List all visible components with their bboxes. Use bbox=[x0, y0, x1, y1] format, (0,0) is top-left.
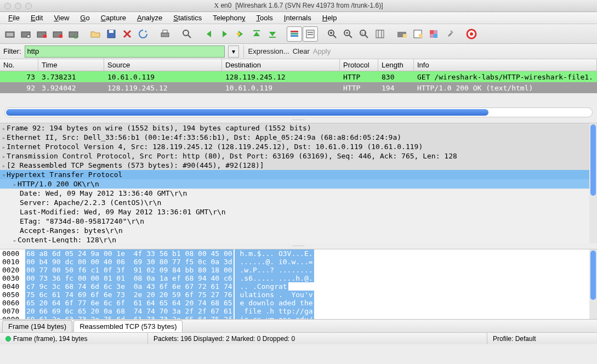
vscroll[interactable] bbox=[589, 123, 597, 243]
coloring-rules-icon[interactable] bbox=[426, 26, 441, 42]
minimize-icon[interactable] bbox=[15, 3, 21, 9]
svg-rect-33 bbox=[430, 30, 434, 34]
filter-input[interactable] bbox=[25, 46, 225, 58]
goto-last-icon[interactable] bbox=[265, 26, 280, 42]
svg-rect-34 bbox=[434, 34, 437, 38]
svg-rect-21 bbox=[308, 32, 313, 33]
menu-telephony[interactable]: Telephony bbox=[208, 13, 250, 23]
col-proto[interactable]: Protocol bbox=[340, 59, 378, 71]
detail-eth[interactable]: Ethernet II, Src: Dell_33:56:b1 (00:1e:4… bbox=[0, 133, 597, 142]
hex-line[interactable]: 001000 b4 90 dc 00 00 40 06 69 30 80 77 … bbox=[0, 258, 597, 266]
expert-info-icon[interactable] bbox=[5, 336, 11, 342]
menu-help[interactable]: Help bbox=[317, 13, 342, 23]
capture-filters-icon[interactable] bbox=[394, 26, 410, 42]
tab-frame[interactable]: Frame (194 bytes) bbox=[2, 320, 72, 332]
zoom-in-icon[interactable] bbox=[325, 26, 340, 42]
packet-list[interactable]: 73 3.738231 10.61.0.119 128.119.245.12 H… bbox=[0, 71, 597, 104]
zoom-100-icon[interactable]: 1:1 bbox=[356, 26, 372, 42]
col-no[interactable]: No. bbox=[0, 59, 38, 71]
clear-button[interactable]: Clear bbox=[293, 47, 310, 55]
goto-first-icon[interactable] bbox=[249, 26, 264, 42]
hex-line[interactable]: 002000 77 00 50 f6 c1 0f 3f 91 02 09 84 … bbox=[0, 266, 597, 274]
stop-capture-icon[interactable] bbox=[50, 26, 65, 42]
col-len[interactable]: Length bbox=[378, 59, 414, 71]
apply-button[interactable]: Apply bbox=[313, 47, 331, 55]
hex-line[interactable]: 006065 20 64 6f 77 6e 6c 6f 61 64 65 64 … bbox=[0, 299, 597, 307]
detail-clen[interactable]: Content-Length: 128\r\n bbox=[0, 235, 597, 243]
detail-date[interactable]: Date: Wed, 09 May 2012 13:36:40 GMT\r\n bbox=[0, 189, 597, 198]
start-capture-icon[interactable] bbox=[34, 26, 49, 42]
menu-tools[interactable]: Tools bbox=[252, 13, 278, 23]
packet-row[interactable]: 73 3.738231 10.61.0.119 128.119.245.12 H… bbox=[0, 71, 597, 82]
vscroll-thumb[interactable] bbox=[590, 251, 596, 300]
close-file-icon[interactable] bbox=[120, 26, 135, 42]
prefs-icon[interactable] bbox=[442, 26, 457, 42]
hex-line[interactable]: 000068 a8 6d 05 24 9a 00 1e 4f 33 56 b1 … bbox=[0, 249, 597, 258]
menu-edit[interactable]: Edit bbox=[26, 13, 48, 23]
hex-line[interactable]: 003000 73 36 fc 00 00 01 01 08 0a 1a ef … bbox=[0, 274, 597, 282]
packet-row[interactable]: 92 3.924042 128.119.245.12 10.61.0.119 H… bbox=[0, 82, 597, 93]
tab-reassembled[interactable]: Reassembled TCP (573 bytes) bbox=[73, 320, 183, 332]
hscroll[interactable] bbox=[4, 107, 593, 117]
detail-http-status[interactable]: HTTP/1.0 200 OK\r\n bbox=[0, 179, 597, 189]
colorize-icon[interactable] bbox=[287, 26, 302, 42]
close-icon[interactable] bbox=[4, 3, 11, 9]
col-time[interactable]: Time bbox=[38, 59, 104, 71]
packet-list-header: No. Time Source Destination Protocol Len… bbox=[0, 59, 597, 71]
col-info[interactable]: Info bbox=[414, 59, 597, 71]
print-icon[interactable] bbox=[157, 26, 173, 42]
window-title: X en0 [Wireshark 1.6.7 (SVN Rev 41973 fr… bbox=[0, 2, 597, 10]
menu-view[interactable]: View bbox=[49, 13, 74, 23]
forward-icon[interactable] bbox=[217, 26, 232, 42]
back-icon[interactable] bbox=[201, 26, 217, 42]
filter-dropdown-icon[interactable]: ▾ bbox=[228, 46, 239, 58]
hscroll-thumb[interactable] bbox=[6, 109, 488, 116]
detail-lastmod[interactable]: Last-Modified: Wed, 09 May 2012 13:36:01… bbox=[0, 207, 597, 217]
menu-analyze[interactable]: Analyze bbox=[132, 13, 167, 23]
detail-server[interactable]: Server: Apache/2.2.3 (CentOS)\r\n bbox=[0, 198, 597, 207]
restart-capture-icon[interactable] bbox=[66, 26, 81, 42]
interfaces-icon[interactable] bbox=[2, 26, 18, 42]
menu-internals[interactable]: Internals bbox=[279, 13, 316, 23]
zoom-out-icon[interactable] bbox=[340, 26, 356, 42]
autoscroll-icon[interactable] bbox=[303, 26, 318, 42]
goto-icon[interactable] bbox=[233, 26, 248, 42]
find-icon[interactable] bbox=[179, 26, 195, 42]
detail-http[interactable]: Hypertext Transfer Protocol bbox=[0, 170, 597, 179]
resize-columns-icon[interactable] bbox=[372, 26, 388, 42]
hex-line[interactable]: 008069 61 2e 63 73 2e 75 6d 61 73 73 2e … bbox=[0, 315, 597, 319]
vscroll-thumb[interactable] bbox=[590, 124, 596, 196]
filter-label: Filter: bbox=[3, 47, 21, 55]
menu-file[interactable]: File bbox=[3, 13, 25, 23]
menu-statistics[interactable]: Statistics bbox=[168, 13, 207, 23]
pane-divider[interactable]: ·········· bbox=[0, 243, 597, 249]
packet-details[interactable]: Frame 92: 194 bytes on wire (1552 bits),… bbox=[0, 123, 597, 243]
svg-rect-17 bbox=[291, 31, 298, 32]
hex-line[interactable]: 0040c7 9c 3c 68 74 6d 6c 3e 0a 43 6f 6e … bbox=[0, 282, 597, 291]
col-src[interactable]: Source bbox=[104, 59, 222, 71]
expression-button[interactable]: Expression... bbox=[248, 47, 289, 55]
pane-divider[interactable]: ·········· bbox=[0, 117, 597, 123]
col-dst[interactable]: Destination bbox=[222, 59, 340, 71]
help-icon[interactable] bbox=[464, 26, 479, 42]
options-icon[interactable] bbox=[18, 26, 33, 42]
hex-line[interactable]: 005075 6c 61 74 69 6f 6e 73 2e 20 20 59 … bbox=[0, 291, 597, 299]
zoom-icon[interactable] bbox=[25, 3, 32, 9]
detail-accept[interactable]: Accept-Ranges: bytes\r\n bbox=[0, 226, 597, 235]
hex-line[interactable]: 007020 66 69 6c 65 20 0a 68 74 74 70 3a … bbox=[0, 307, 597, 315]
menu-capture[interactable]: Capture bbox=[96, 13, 131, 23]
vscroll[interactable] bbox=[589, 249, 597, 319]
menu-go[interactable]: Go bbox=[75, 13, 94, 23]
save-icon[interactable] bbox=[104, 26, 119, 42]
svg-point-3 bbox=[27, 35, 30, 38]
detail-reasm[interactable]: [2 Reassembled TCP Segments (573 bytes):… bbox=[0, 161, 597, 170]
detail-frame[interactable]: Frame 92: 194 bytes on wire (1552 bits),… bbox=[0, 123, 597, 133]
open-icon[interactable] bbox=[88, 26, 103, 42]
packet-bytes[interactable]: 000068 a8 6d 05 24 9a 00 1e 4f 33 56 b1 … bbox=[0, 249, 597, 319]
detail-tcp[interactable]: Transmission Control Protocol, Src Port:… bbox=[0, 151, 597, 161]
detail-ip[interactable]: Internet Protocol Version 4, Src: 128.11… bbox=[0, 142, 597, 151]
detail-etag[interactable]: ETag: "8734d-80-95817240"\r\n bbox=[0, 217, 597, 226]
svg-point-13 bbox=[183, 30, 189, 36]
display-filters-icon[interactable] bbox=[410, 26, 425, 42]
reload-icon[interactable] bbox=[135, 26, 151, 42]
